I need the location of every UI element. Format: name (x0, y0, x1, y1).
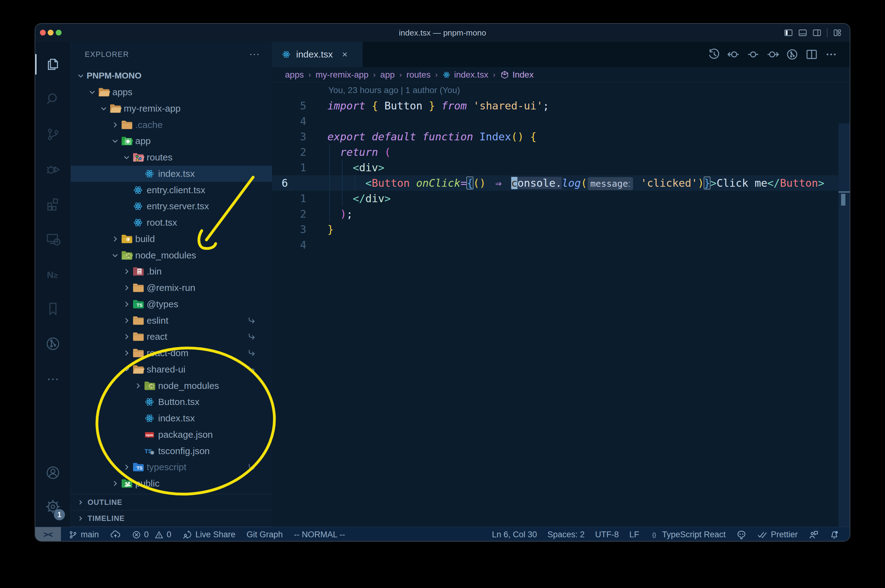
tree-item-build[interactable]: build (71, 231, 272, 248)
tree-item-node-modules[interactable]: JSnode_modules (71, 378, 272, 394)
step-forward-icon[interactable] (766, 48, 779, 61)
tree-item-package-json[interactable]: npmpackage.json (71, 427, 272, 443)
folder-tan-icon (132, 347, 147, 359)
npm-icon: npm (144, 429, 158, 441)
timeline-icon[interactable] (708, 48, 720, 61)
activity-more-icon[interactable] (45, 371, 61, 387)
tree-item--bin[interactable]: 0110.bin (71, 263, 272, 280)
split-editor-icon[interactable] (805, 48, 818, 61)
breadcrumb-separator: › (493, 70, 495, 79)
activity-extensions-icon[interactable] (45, 196, 61, 212)
status-eol[interactable]: LF (629, 530, 639, 540)
status-indentation[interactable]: Spaces: 2 (547, 530, 584, 540)
breadcrumb-my-remix-app[interactable]: my-remix-app (316, 70, 369, 80)
activity-source-control-icon[interactable] (45, 126, 61, 142)
status-language[interactable]: {}TypeScript React (650, 530, 725, 540)
status-problems[interactable]: 00 (132, 530, 172, 540)
tree-item--types[interactable]: TS@types (71, 296, 272, 312)
breadcrumb-routes[interactable]: routes (406, 70, 431, 80)
svg-text:npm: npm (146, 433, 154, 437)
activity-git-graph-icon[interactable] (45, 336, 61, 352)
tree-item-pnpm-mono[interactable]: PNPM-MONO (71, 68, 272, 84)
no-chevron (121, 200, 132, 212)
tree-item-label: app (135, 136, 151, 146)
outline-section[interactable]: OUTLINE (71, 494, 272, 510)
run-graph-icon[interactable] (786, 48, 798, 61)
breadcrumb-label: apps (285, 70, 304, 80)
status-bar-left: main00Live ShareGit Graph-- NORMAL -- (61, 530, 345, 540)
account-icon[interactable] (45, 465, 61, 481)
line-number: 3 (272, 222, 313, 237)
code-area[interactable]: You, 23 hours ago | 1 author (You) 5impo… (272, 82, 850, 527)
status-sync[interactable] (110, 530, 121, 540)
tree-item-index-tsx[interactable]: index.tsx (71, 166, 272, 182)
status-live-share[interactable]: Live Share (182, 530, 235, 540)
folder-types-icon: TS (132, 298, 147, 310)
tree-item-public[interactable]: public (71, 476, 272, 492)
close-tab-icon[interactable]: × (342, 49, 348, 60)
tree-item-label: tsconfig.json (158, 446, 210, 456)
folder-public-icon (121, 477, 135, 490)
breadcrumb-app[interactable]: app (380, 70, 395, 80)
more-actions-icon[interactable] (825, 48, 837, 61)
activity-files-icon[interactable] (45, 56, 61, 72)
status-cursor-position[interactable]: Ln 6, Col 30 (492, 530, 537, 540)
tree-item-react[interactable]: react (71, 328, 272, 345)
breadcrumb-index-tsx[interactable]: index.tsx (442, 70, 488, 80)
line-number: 5 (272, 98, 313, 114)
tree-item-button-tsx[interactable]: Button.tsx (71, 394, 272, 410)
tree-item-typescript[interactable]: TStypescript (71, 459, 272, 476)
toggle-sidebar-icon[interactable] (784, 28, 793, 37)
tree-item-root-tsx[interactable]: root.tsx (71, 214, 272, 231)
sidebar-more-actions-icon[interactable]: ··· (249, 42, 260, 67)
tree-item-my-remix-app[interactable]: my-remix-app (71, 100, 272, 117)
tree-item-index-tsx[interactable]: index.tsx (71, 410, 272, 427)
tree-item-label: my-remix-app (124, 103, 181, 114)
activity-bar: ><N≥1 (35, 42, 71, 527)
tab-index-tsx[interactable]: index.tsx × (272, 42, 363, 67)
activity-remote-explorer-icon[interactable]: >< (45, 231, 61, 247)
tree-item-node-modules[interactable]: JSnode_modules (71, 247, 272, 263)
tree-item-eslint[interactable]: eslint (71, 312, 272, 328)
tree-item-routes[interactable]: routes (71, 149, 272, 166)
status-feedback[interactable] (808, 530, 819, 540)
tree-item-app[interactable]: app (71, 133, 272, 149)
status-branch[interactable]: main (68, 530, 99, 540)
chevron-right-icon (121, 266, 132, 277)
activity-bookmarks-icon[interactable] (45, 301, 61, 317)
chevron-right-icon (109, 233, 121, 245)
activity-search-icon[interactable] (45, 91, 61, 107)
step-back-icon[interactable] (727, 48, 740, 61)
symlink-arrow-icon (247, 316, 256, 325)
breadcrumb-apps[interactable]: apps (285, 70, 304, 80)
status-git-graph[interactable]: Git Graph (247, 530, 283, 540)
status-vim-mode[interactable]: -- NORMAL -- (294, 530, 345, 540)
status-github[interactable] (736, 530, 747, 540)
remote-indicator[interactable]: >< (35, 527, 61, 542)
customize-layout-icon[interactable] (833, 28, 842, 37)
tree-item-react-dom[interactable]: react-dom (71, 345, 272, 362)
vertical-scrollbar[interactable] (838, 123, 850, 542)
tree-item-entry-server-tsx[interactable]: entry.server.tsx (71, 198, 272, 214)
scrollbar-slider[interactable] (841, 194, 845, 206)
toggle-panel-icon[interactable] (798, 28, 807, 37)
tree-item--cache[interactable]: .cache (71, 117, 272, 133)
toggle-secondary-sidebar-icon[interactable] (813, 28, 821, 37)
status-prettier[interactable]: Prettier (757, 530, 798, 540)
status-encoding[interactable]: UTF-8 (595, 530, 619, 540)
tree-item-shared-ui[interactable]: shared-ui (71, 362, 272, 378)
activity-nx-console-icon[interactable]: N≥ (45, 266, 61, 282)
tree-item--remix-run[interactable]: @remix-run (71, 280, 272, 296)
circle-icon[interactable] (747, 48, 759, 61)
tree-item-tsconfig-json[interactable]: TStsconfig.json (71, 443, 272, 459)
tree-item-apps[interactable]: apps (71, 84, 272, 100)
breadcrumb-index[interactable]: Index (500, 70, 534, 80)
activity-run-debug-icon[interactable] (45, 161, 61, 177)
no-chevron (132, 168, 144, 180)
react-icon (144, 412, 158, 424)
line-content: } (327, 222, 334, 237)
status-bar: >< main00Live ShareGit Graph-- NORMAL --… (35, 527, 850, 542)
status-notifications[interactable] (829, 530, 839, 540)
tree-item-entry-client-tsx[interactable]: entry.client.tsx (71, 182, 272, 198)
timeline-section[interactable]: TIMELINE (71, 510, 272, 526)
